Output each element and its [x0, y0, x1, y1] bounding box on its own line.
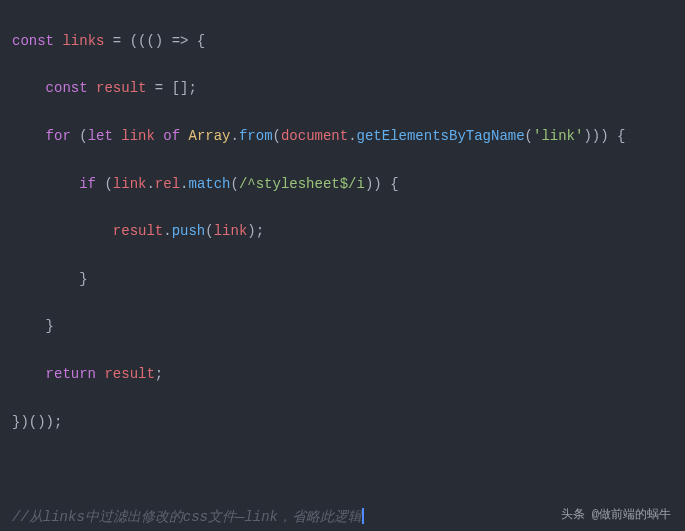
code-line — [12, 458, 673, 482]
code-line: } — [12, 268, 673, 292]
code-line: const links = ((() => { — [12, 30, 673, 54]
code-line: result.push(link); — [12, 220, 673, 244]
code-editor[interactable]: const links = ((() => { const result = [… — [12, 6, 673, 531]
code-line: return result; — [12, 363, 673, 387]
code-line: const result = []; — [12, 77, 673, 101]
code-line: for (let link of Array.from(document.get… — [12, 125, 673, 149]
code-line: })()); — [12, 411, 673, 435]
code-line: if (link.rel.match(/^stylesheet$/i)) { — [12, 173, 673, 197]
watermark-text: 头条 @做前端的蜗牛 — [561, 505, 671, 525]
text-cursor — [362, 508, 364, 524]
code-line: } — [12, 315, 673, 339]
